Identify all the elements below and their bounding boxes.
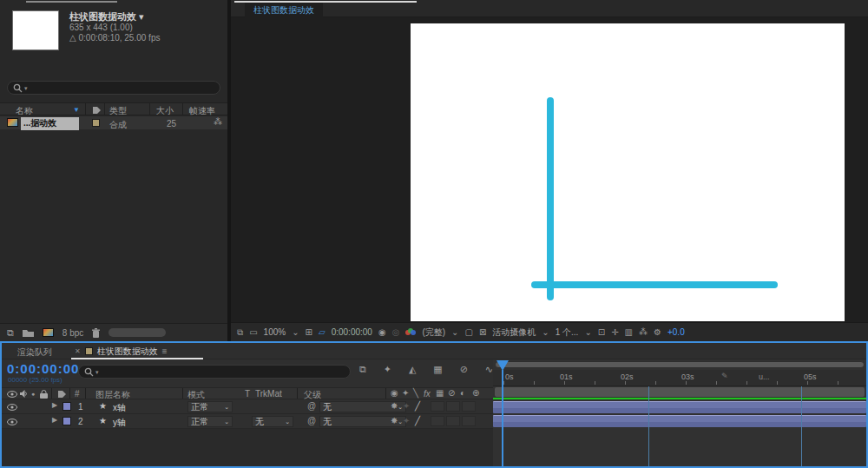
in-box[interactable] bbox=[431, 416, 444, 426]
eye-icon[interactable] bbox=[7, 419, 17, 425]
fast-previews-icon[interactable]: ✛ bbox=[611, 328, 618, 337]
quality-switch[interactable]: ╱ bbox=[415, 417, 420, 425]
chevron-down-icon[interactable]: ⌄ bbox=[451, 328, 458, 337]
sort-desc-icon[interactable]: ▼ bbox=[73, 107, 80, 114]
trash-icon[interactable] bbox=[92, 328, 100, 338]
composition-flowchart-icon[interactable]: ⧉ bbox=[359, 365, 366, 374]
collapse-switch-icon[interactable]: ✦ bbox=[402, 389, 409, 398]
viewer-tab[interactable]: 柱状图数据动效 bbox=[245, 3, 323, 17]
frame-blend-switch-icon[interactable]: ▦ bbox=[436, 389, 444, 398]
viewer-timecode[interactable]: 0:00:00:00 bbox=[332, 327, 372, 337]
layer-name[interactable]: y轴 bbox=[113, 417, 126, 429]
column-trkmat[interactable]: TrkMat bbox=[255, 389, 282, 399]
quality-switch[interactable]: ╱ bbox=[415, 402, 420, 411]
chevron-down-icon[interactable]: ⌄ bbox=[584, 328, 591, 337]
search-options-icon[interactable]: ▾ bbox=[24, 85, 28, 91]
region-of-interest-icon[interactable]: ▢ bbox=[464, 328, 472, 337]
adjustment-switch-icon[interactable]: ◐ bbox=[460, 389, 465, 398]
pixel-aspect-icon[interactable]: ⊡ bbox=[598, 328, 605, 337]
lock-icon[interactable] bbox=[40, 390, 48, 399]
new-folder-icon[interactable] bbox=[23, 328, 34, 337]
out-box[interactable] bbox=[446, 416, 460, 426]
blend-mode-select[interactable]: 正常 ⌄ bbox=[187, 416, 233, 427]
collapse-switch[interactable]: ✸ bbox=[391, 402, 398, 411]
draft-switch[interactable]: ✦ bbox=[403, 402, 410, 411]
draft-3d-icon[interactable]: ✦ bbox=[384, 365, 391, 374]
duration-box[interactable] bbox=[462, 401, 476, 412]
show-snapshot-icon[interactable]: ◎ bbox=[392, 328, 400, 337]
collapse-switch[interactable]: ✸ bbox=[391, 417, 398, 425]
current-time-indicator-line[interactable] bbox=[502, 370, 503, 466]
solo-icon[interactable]: ● bbox=[31, 391, 35, 397]
trkmat-select[interactable]: 无 ⌄ bbox=[252, 416, 293, 427]
out-box[interactable] bbox=[446, 401, 460, 412]
quality-switch-icon[interactable]: ╲ bbox=[413, 389, 418, 398]
column-size[interactable]: 大小 bbox=[156, 105, 174, 117]
hide-shy-layers-icon[interactable]: ◭ bbox=[409, 365, 416, 374]
effects-switch-icon[interactable]: fx bbox=[424, 389, 431, 399]
channels-icon[interactable] bbox=[405, 328, 416, 337]
snapshot-icon[interactable]: ◉ bbox=[378, 328, 386, 337]
project-search-input[interactable]: ▾ bbox=[7, 81, 220, 95]
exposure-value[interactable]: +0.0 bbox=[667, 327, 685, 337]
camera-select[interactable]: 活动摄像机 bbox=[492, 326, 536, 339]
project-item-row[interactable]: ...据动效 合成 25 ⁂ bbox=[0, 116, 227, 129]
pickwhip-icon[interactable]: @ bbox=[307, 417, 316, 425]
duration-box[interactable] bbox=[462, 416, 476, 426]
close-icon[interactable]: ✕ bbox=[75, 348, 81, 355]
horizontal-scrollbar[interactable] bbox=[108, 328, 166, 337]
flowchart-jump-icon[interactable]: ⁂ bbox=[639, 328, 648, 337]
column-t[interactable]: T bbox=[245, 389, 250, 399]
eye-icon[interactable] bbox=[7, 391, 17, 398]
label-tag-icon[interactable] bbox=[57, 390, 67, 399]
timeline-search-input[interactable]: ▾ bbox=[78, 365, 351, 379]
composition-canvas[interactable] bbox=[411, 23, 845, 321]
view-layout-select[interactable]: 1 个... bbox=[556, 326, 579, 339]
current-time-indicator-head[interactable] bbox=[496, 360, 509, 371]
work-area-bar[interactable] bbox=[495, 387, 865, 397]
blend-mode-select[interactable]: 正常 ⌄ bbox=[187, 401, 233, 412]
chevron-down-icon[interactable]: ⌄ bbox=[542, 328, 549, 337]
layer-bar-y-axis[interactable] bbox=[493, 415, 866, 427]
always-preview-icon[interactable]: ⧉ bbox=[237, 328, 243, 337]
layer-name[interactable]: x轴 bbox=[113, 402, 126, 414]
grid-guides-icon[interactable]: ⊞ bbox=[306, 328, 312, 337]
exposure-reset-icon[interactable]: ⚙ bbox=[654, 328, 661, 337]
layer-label-swatch[interactable] bbox=[62, 402, 71, 411]
column-framerate[interactable]: 帧速率 bbox=[189, 105, 215, 117]
motion-blur-switch-icon[interactable]: ⊘ bbox=[448, 389, 455, 398]
column-number[interactable]: # bbox=[75, 389, 80, 399]
tab-render-queue[interactable]: 渲染队列 bbox=[17, 346, 52, 359]
layer-label-swatch[interactable] bbox=[62, 417, 71, 425]
motion-blur-icon[interactable]: ⊘ bbox=[460, 365, 468, 374]
new-composition-icon[interactable] bbox=[43, 328, 54, 337]
label-tag-icon[interactable] bbox=[92, 106, 102, 115]
search-options-icon[interactable]: ▾ bbox=[95, 369, 99, 375]
draft-switch[interactable]: ✦ bbox=[403, 417, 410, 425]
chevron-down-icon[interactable]: ⌄ bbox=[292, 328, 299, 337]
shy-switch-icon[interactable]: ◉ bbox=[391, 389, 398, 398]
current-timecode[interactable]: 0:00:00:00 bbox=[7, 361, 79, 376]
column-type[interactable]: 类型 bbox=[109, 105, 127, 117]
layer-row-2[interactable]: ▶ 2 ★ y轴 正常 ⌄ 无 ⌄ @ 无 ⌄ ✸ ✦ bbox=[2, 414, 493, 429]
speaker-icon[interactable] bbox=[20, 390, 28, 398]
eye-icon[interactable] bbox=[7, 404, 17, 411]
label-color-swatch[interactable] bbox=[92, 119, 100, 127]
layer-row-1[interactable]: ▶ 1 ★ x轴 正常 ⌄ @ 无 ⌄ ✸ ✦ ╱ bbox=[2, 399, 493, 414]
transparency-grid-icon[interactable]: ⊠ bbox=[479, 328, 486, 337]
threed-switch-icon[interactable]: ⊕ bbox=[472, 389, 479, 398]
pickwhip-icon[interactable]: @ bbox=[307, 402, 316, 411]
timeline-navigator[interactable] bbox=[495, 361, 865, 368]
x-axis-shape[interactable] bbox=[531, 281, 778, 288]
zoom-level[interactable]: 100% bbox=[264, 327, 286, 337]
graph-editor-icon[interactable]: ∿ bbox=[485, 365, 493, 374]
project-bit-depth[interactable]: 8 bpc bbox=[62, 328, 83, 338]
time-ruler[interactable]: 0s 01s 02s 03s ✎ u... 05s bbox=[493, 370, 866, 386]
in-box[interactable] bbox=[431, 401, 444, 412]
expand-arrow-icon[interactable]: ▶ bbox=[52, 417, 57, 424]
chevron-down-icon[interactable]: ▾ bbox=[139, 12, 144, 22]
layer-bar-x-axis[interactable] bbox=[493, 401, 866, 413]
expand-arrow-icon[interactable]: ▶ bbox=[52, 402, 57, 409]
timeline-jump-icon[interactable]: ▥ bbox=[625, 328, 633, 337]
y-axis-shape[interactable] bbox=[547, 97, 554, 300]
